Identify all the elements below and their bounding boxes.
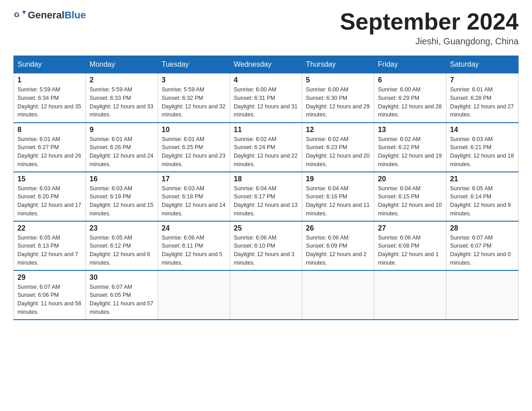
calendar-day-cell: 17Sunrise: 6:03 AMSunset: 6:18 PMDayligh… xyxy=(158,172,230,221)
calendar-day-cell: 13Sunrise: 6:02 AMSunset: 6:22 PMDayligh… xyxy=(374,123,446,172)
calendar-day-cell: 5Sunrise: 6:00 AMSunset: 6:30 PMDaylight… xyxy=(302,73,374,123)
day-number: 5 xyxy=(306,76,370,84)
calendar-day-cell: 29Sunrise: 6:07 AMSunset: 6:06 PMDayligh… xyxy=(14,270,86,320)
calendar-day-cell: 14Sunrise: 6:03 AMSunset: 6:21 PMDayligh… xyxy=(446,123,519,172)
svg-text:G: G xyxy=(14,11,19,18)
day-info: Sunrise: 6:05 AMSunset: 6:12 PMDaylight:… xyxy=(90,234,154,267)
day-info: Sunrise: 5:59 AMSunset: 6:32 PMDaylight:… xyxy=(162,86,226,119)
day-info: Sunrise: 6:01 AMSunset: 6:28 PMDaylight:… xyxy=(450,86,515,119)
day-number: 22 xyxy=(17,224,82,232)
calendar-day-cell: 16Sunrise: 6:03 AMSunset: 6:19 PMDayligh… xyxy=(86,172,158,221)
day-info: Sunrise: 6:01 AMSunset: 6:27 PMDaylight:… xyxy=(17,135,82,169)
column-header-wednesday: Wednesday xyxy=(230,56,302,73)
day-info: Sunrise: 6:04 AMSunset: 6:17 PMDaylight:… xyxy=(234,184,298,218)
logo-general: General xyxy=(28,9,64,21)
day-info: Sunrise: 6:05 AMSunset: 6:14 PMDaylight:… xyxy=(450,184,515,218)
day-number: 15 xyxy=(17,175,82,183)
day-info: Sunrise: 6:02 AMSunset: 6:23 PMDaylight:… xyxy=(306,135,370,169)
day-number: 29 xyxy=(17,274,82,282)
calendar-day-cell: 9Sunrise: 6:01 AMSunset: 6:26 PMDaylight… xyxy=(86,123,158,172)
calendar-day-cell: 7Sunrise: 6:01 AMSunset: 6:28 PMDaylight… xyxy=(446,73,519,123)
calendar-day-cell xyxy=(158,270,230,320)
day-number: 8 xyxy=(17,126,82,134)
calendar-table: SundayMondayTuesdayWednesdayThursdayFrid… xyxy=(13,56,519,320)
day-info: Sunrise: 6:03 AMSunset: 6:21 PMDaylight:… xyxy=(450,135,515,169)
day-number: 30 xyxy=(90,274,154,282)
calendar-day-cell: 25Sunrise: 6:06 AMSunset: 6:10 PMDayligh… xyxy=(230,221,302,270)
day-info: Sunrise: 6:06 AMSunset: 6:09 PMDaylight:… xyxy=(306,234,370,267)
day-number: 2 xyxy=(90,76,154,84)
day-info: Sunrise: 6:00 AMSunset: 6:31 PMDaylight:… xyxy=(234,86,298,119)
calendar-day-cell: 30Sunrise: 6:07 AMSunset: 6:05 PMDayligh… xyxy=(86,270,158,320)
day-info: Sunrise: 6:07 AMSunset: 6:05 PMDaylight:… xyxy=(90,283,154,317)
day-info: Sunrise: 6:06 AMSunset: 6:10 PMDaylight:… xyxy=(234,234,298,267)
day-info: Sunrise: 6:01 AMSunset: 6:26 PMDaylight:… xyxy=(90,135,154,169)
day-number: 3 xyxy=(162,76,226,84)
calendar-day-cell: 8Sunrise: 6:01 AMSunset: 6:27 PMDaylight… xyxy=(14,123,86,172)
day-info: Sunrise: 6:05 AMSunset: 6:13 PMDaylight:… xyxy=(17,234,82,267)
day-info: Sunrise: 5:59 AMSunset: 6:34 PMDaylight:… xyxy=(17,86,82,119)
day-number: 23 xyxy=(90,224,154,232)
calendar-day-cell: 4Sunrise: 6:00 AMSunset: 6:31 PMDaylight… xyxy=(230,73,302,123)
calendar-day-cell: 2Sunrise: 5:59 AMSunset: 6:33 PMDaylight… xyxy=(86,73,158,123)
day-info: Sunrise: 6:00 AMSunset: 6:30 PMDaylight:… xyxy=(306,86,370,119)
day-number: 18 xyxy=(234,175,298,183)
day-number: 10 xyxy=(162,126,226,134)
day-number: 27 xyxy=(378,224,442,232)
calendar-header-row: SundayMondayTuesdayWednesdayThursdayFrid… xyxy=(14,56,519,73)
day-info: Sunrise: 6:02 AMSunset: 6:24 PMDaylight:… xyxy=(234,135,298,169)
day-number: 17 xyxy=(162,175,226,183)
calendar-day-cell: 22Sunrise: 6:05 AMSunset: 6:13 PMDayligh… xyxy=(14,221,86,270)
calendar-day-cell: 28Sunrise: 6:07 AMSunset: 6:07 PMDayligh… xyxy=(446,221,519,270)
day-number: 1 xyxy=(17,76,82,84)
column-header-monday: Monday xyxy=(86,56,158,73)
day-number: 20 xyxy=(378,175,442,183)
column-header-sunday: Sunday xyxy=(14,56,86,73)
calendar-day-cell: 27Sunrise: 6:06 AMSunset: 6:08 PMDayligh… xyxy=(374,221,446,270)
day-number: 19 xyxy=(306,175,370,183)
day-info: Sunrise: 6:04 AMSunset: 6:16 PMDaylight:… xyxy=(306,184,370,218)
page-header: G General Blue September 2024 Jieshi, Gu… xyxy=(13,9,519,47)
calendar-day-cell: 19Sunrise: 6:04 AMSunset: 6:16 PMDayligh… xyxy=(302,172,374,221)
svg-marker-1 xyxy=(22,11,26,14)
column-header-friday: Friday xyxy=(374,56,446,73)
logo-blue: Blue xyxy=(64,9,86,21)
day-number: 24 xyxy=(162,224,226,232)
calendar-day-cell: 18Sunrise: 6:04 AMSunset: 6:17 PMDayligh… xyxy=(230,172,302,221)
day-info: Sunrise: 6:03 AMSunset: 6:20 PMDaylight:… xyxy=(17,184,82,218)
day-info: Sunrise: 6:00 AMSunset: 6:29 PMDaylight:… xyxy=(378,86,442,119)
day-info: Sunrise: 6:07 AMSunset: 6:06 PMDaylight:… xyxy=(17,283,82,317)
day-number: 16 xyxy=(90,175,154,183)
day-info: Sunrise: 6:03 AMSunset: 6:19 PMDaylight:… xyxy=(90,184,154,218)
calendar-day-cell: 24Sunrise: 6:06 AMSunset: 6:11 PMDayligh… xyxy=(158,221,230,270)
column-header-tuesday: Tuesday xyxy=(158,56,230,73)
day-info: Sunrise: 6:07 AMSunset: 6:07 PMDaylight:… xyxy=(450,234,515,267)
day-info: Sunrise: 6:01 AMSunset: 6:25 PMDaylight:… xyxy=(162,135,226,169)
calendar-day-cell: 6Sunrise: 6:00 AMSunset: 6:29 PMDaylight… xyxy=(374,73,446,123)
calendar-day-cell: 20Sunrise: 6:04 AMSunset: 6:15 PMDayligh… xyxy=(374,172,446,221)
day-info: Sunrise: 6:04 AMSunset: 6:15 PMDaylight:… xyxy=(378,184,442,218)
calendar-week-row: 1Sunrise: 5:59 AMSunset: 6:34 PMDaylight… xyxy=(14,73,519,123)
calendar-day-cell: 11Sunrise: 6:02 AMSunset: 6:24 PMDayligh… xyxy=(230,123,302,172)
calendar-header: September 2024 Jieshi, Guangdong, China xyxy=(340,9,519,47)
calendar-week-row: 29Sunrise: 6:07 AMSunset: 6:06 PMDayligh… xyxy=(14,270,519,320)
day-number: 28 xyxy=(450,224,515,232)
logo-icon: G xyxy=(13,9,26,21)
calendar-day-cell xyxy=(374,270,446,320)
day-number: 13 xyxy=(378,126,442,134)
calendar-week-row: 22Sunrise: 6:05 AMSunset: 6:13 PMDayligh… xyxy=(14,221,519,270)
calendar-day-cell: 12Sunrise: 6:02 AMSunset: 6:23 PMDayligh… xyxy=(302,123,374,172)
day-number: 25 xyxy=(234,224,298,232)
day-info: Sunrise: 6:02 AMSunset: 6:22 PMDaylight:… xyxy=(378,135,442,169)
calendar-day-cell: 21Sunrise: 6:05 AMSunset: 6:14 PMDayligh… xyxy=(446,172,519,221)
column-header-thursday: Thursday xyxy=(302,56,374,73)
calendar-subtitle: Jieshi, Guangdong, China xyxy=(340,36,519,47)
day-info: Sunrise: 6:06 AMSunset: 6:08 PMDaylight:… xyxy=(378,234,442,267)
day-info: Sunrise: 6:06 AMSunset: 6:11 PMDaylight:… xyxy=(162,234,226,267)
calendar-day-cell: 1Sunrise: 5:59 AMSunset: 6:34 PMDaylight… xyxy=(14,73,86,123)
calendar-day-cell: 23Sunrise: 6:05 AMSunset: 6:12 PMDayligh… xyxy=(86,221,158,270)
day-number: 14 xyxy=(450,126,515,134)
calendar-day-cell: 26Sunrise: 6:06 AMSunset: 6:09 PMDayligh… xyxy=(302,221,374,270)
calendar-day-cell: 10Sunrise: 6:01 AMSunset: 6:25 PMDayligh… xyxy=(158,123,230,172)
logo: G General Blue xyxy=(13,9,86,21)
